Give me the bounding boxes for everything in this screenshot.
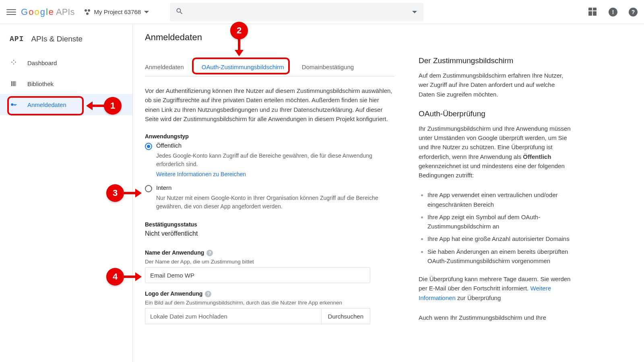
side-p2: Ihr Zustimmungsbildschirm und Ihre Anwen… (419, 124, 572, 180)
library-icon (10, 80, 18, 88)
tab-oauth-consent[interactable]: OAuth-Zustimmungsbildschirm (202, 60, 291, 76)
app-name-label: Name der Anwendung? (145, 249, 394, 256)
annotation-arrow-4 (124, 271, 142, 282)
status-label: Bestätigungsstatus (145, 221, 394, 228)
sidebar-item-label: Bibliothek (27, 80, 54, 87)
bullet: Sie haben Änderungen an einem bereits üb… (427, 247, 572, 266)
side-bullet-list: Ihre App verwendet einen vertraulichen u… (427, 190, 572, 265)
side-p4: Auch wenn Ihr Zustimmungsbildschirm und … (419, 313, 572, 322)
app-name-input[interactable] (145, 267, 370, 283)
bullet: Ihre App zeigt ein Symbol auf dem OAuth-… (427, 212, 572, 231)
sidebar-item-label: Dashboard (27, 60, 57, 66)
annotation-2: 2 (230, 22, 248, 39)
bullet: Ihre App verwendet einen vertraulichen u… (427, 190, 572, 209)
app-name-sub: Der Name der App, die um Zustimmung bitt… (145, 259, 394, 265)
google-apis-logo: Google APIs (21, 7, 74, 17)
side-p1: Auf dem Zustimmungsbildschirm erfahren I… (419, 71, 572, 99)
key-icon (10, 101, 18, 109)
hamburger-icon[interactable] (6, 7, 16, 17)
tabs: Anmeldedaten OAuth-Zustimmungsbildschirm… (145, 60, 394, 76)
dashboard-icon (10, 59, 18, 67)
help-icon[interactable]: ? (206, 250, 213, 256)
project-picker[interactable]: My Project 63768 (84, 8, 149, 15)
bullet: Ihre App hat eine große Anzahl autorisie… (427, 234, 572, 243)
radio-internal-desc: Nur Nutzer mit einem Google-Konto in Ihr… (156, 194, 394, 211)
sidebar-item-library[interactable]: Bibliothek (0, 73, 132, 94)
search-icon (175, 7, 184, 16)
scopes-info-link[interactable]: Weitere Informationen zu Bereichen (156, 171, 246, 177)
annotation-4: 4 (106, 268, 124, 286)
radio-internal-label: Intern (156, 184, 171, 191)
radio-public-label: Öffentlich (156, 142, 182, 149)
annotation-arrow-3 (124, 187, 142, 199)
intro-text: Vor der Authentifizierung können Ihre Nu… (145, 86, 394, 123)
api-badge-icon: API (10, 35, 24, 43)
gift-icon[interactable] (588, 8, 597, 16)
side-p3: Die Überprüfung kann mehrere Tage dauern… (419, 274, 572, 302)
sidebar-item-label: Anmeldedaten (27, 101, 66, 108)
status-value: Nicht veröffentlicht (145, 230, 394, 237)
radio-public-desc: Jedes Google-Konto kann Zugriff auf die … (156, 152, 394, 169)
help-icon[interactable]: ? (205, 291, 211, 297)
search-box[interactable] (170, 3, 423, 21)
side-column: Der Zustimmungsbildschirm Auf dem Zustim… (419, 32, 572, 354)
app-type-label: Anwendungstyp (145, 133, 394, 140)
radio-public[interactable] (145, 143, 152, 150)
project-icon (84, 9, 91, 15)
annotation-1: 1 (104, 97, 122, 115)
svg-point-0 (11, 103, 13, 106)
content: Anmeldedaten Anmeldedaten OAuth-Zustimmu… (133, 24, 644, 362)
browse-button[interactable]: Durchsuchen (321, 308, 370, 324)
side-heading-oauth: OAuth-Überprüfung (419, 109, 572, 118)
logo-file-display: Lokale Datei zum Hochladen (145, 308, 321, 324)
header: Google APIs My Project 63768 ! ? (0, 0, 644, 24)
side-heading-consent: Der Zustimmungsbildschirm (419, 56, 572, 65)
sidebar-item-dashboard[interactable]: Dashboard (0, 52, 132, 73)
tab-domain-verification[interactable]: Domainbestätigung (302, 60, 360, 76)
tab-credentials[interactable]: Anmeldedaten (145, 60, 190, 76)
search-dropdown-icon[interactable] (412, 11, 417, 13)
annotation-arrow-2 (233, 39, 245, 57)
annotation-arrow-1 (86, 100, 105, 111)
annotation-3: 3 (106, 184, 124, 202)
chevron-down-icon (144, 11, 149, 13)
app-logo-sub: Ein Bild auf dem Zustimmungsbildschirm, … (145, 300, 394, 306)
app-logo-label: Logo der Anwendung? (145, 290, 394, 297)
help-icon[interactable]: ? (629, 8, 638, 16)
project-name: My Project 63768 (94, 8, 141, 15)
sidebar-section-title: API APIs & Dienste (0, 29, 132, 52)
notification-icon[interactable]: ! (609, 8, 617, 16)
page-title: Anmeldedaten (145, 32, 394, 43)
radio-internal[interactable] (145, 185, 152, 192)
